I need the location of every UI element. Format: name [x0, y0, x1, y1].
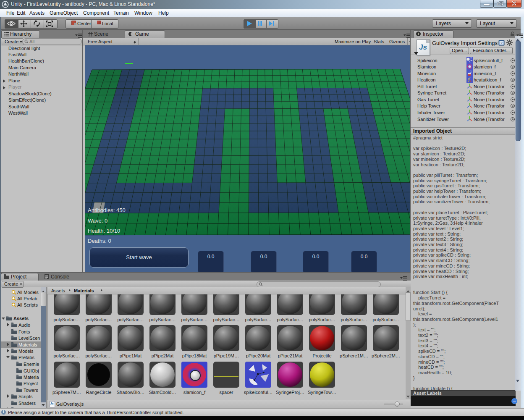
svg-text:?: ?: [500, 41, 503, 45]
